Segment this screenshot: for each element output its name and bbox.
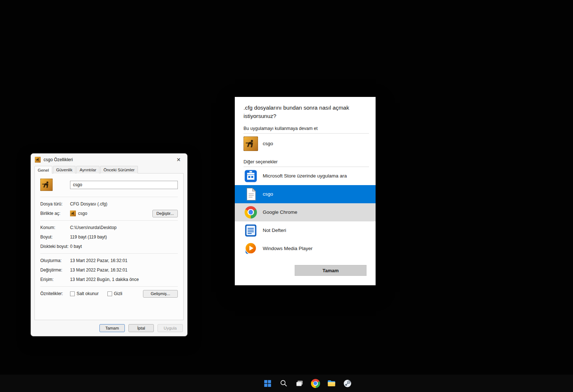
filename-row [40, 178, 178, 195]
task-view-icon [295, 379, 304, 388]
size-value: 119 bayt (119 bayt) [70, 234, 178, 240]
option-microsoft-store[interactable]: Microsoft Store üzerinde uygulama ara [235, 167, 376, 185]
hidden-checkbox[interactable]: Gizli [107, 291, 122, 296]
file-explorer-button[interactable] [326, 376, 337, 390]
advanced-button[interactable]: Gelişmiş... [143, 290, 178, 298]
current-app-name: csgo [263, 141, 273, 146]
option-label: Not Defteri [263, 228, 286, 233]
checkbox-icon [107, 291, 112, 296]
location-label: Konum: [40, 225, 70, 230]
option-windows-media-player[interactable]: Windows Media Player [235, 240, 376, 258]
properties-titlebar: csgo Özellikleri ✕ [31, 154, 187, 166]
file-type-value: CFG Dosyası (.cfg) [70, 201, 178, 207]
chrome-icon [243, 205, 258, 220]
current-app-row[interactable]: csgo [235, 134, 376, 154]
modified-row: Değiştirme: 13 Mart 2022 Pazar, 16:32:01 [40, 265, 178, 275]
open-with-footer: Tamam [235, 265, 376, 285]
location-value: C:\Users\nurda\Desktop [70, 225, 178, 230]
tab-ayrintilar[interactable]: Ayrıntılar [76, 166, 99, 173]
option-label: csgo [263, 191, 273, 197]
file-explorer-icon [327, 379, 336, 388]
keep-using-section-label: Bu uygulamayı kullanmaya devam et [235, 126, 376, 131]
readonly-checkbox[interactable]: Salt okunur [70, 291, 99, 296]
steam-button[interactable] [342, 376, 353, 390]
opens-with-app-name: csgo [78, 211, 87, 216]
apply-button: Uygula [157, 324, 183, 332]
open-with-title: .cfg dosyalarını bundan sonra nasıl açma… [235, 103, 365, 121]
dialog-title: csgo Özellikleri [44, 157, 170, 162]
option-google-chrome[interactable]: Google Chrome [235, 203, 376, 221]
size-row: Boyut: 119 bayt (119 bayt) [40, 232, 178, 242]
hidden-label: Gizli [114, 291, 122, 296]
opens-with-value: csgo Değiştir... [70, 210, 178, 217]
divider [40, 220, 178, 221]
tab-genel[interactable]: Genel [34, 166, 52, 173]
microsoft-store-icon [243, 169, 258, 183]
created-row: Oluşturma: 13 Mart 2022 Pazar, 16:32:01 [40, 256, 178, 265]
notepad-icon [243, 223, 258, 238]
media-player-icon [243, 241, 258, 256]
modified-label: Değiştirme: [40, 268, 70, 273]
attributes-value: Salt okunur Gizli Gelişmiş... [70, 290, 178, 298]
accessed-label: Erişim: [40, 277, 70, 282]
option-label: Windows Media Player [263, 246, 312, 251]
open-with-dialog: .cfg dosyalarını bundan sonra nasıl açma… [235, 97, 376, 285]
csgo-file-icon [40, 179, 53, 191]
checkbox-icon [70, 291, 75, 296]
csgo-icon [35, 157, 41, 163]
divider [40, 197, 178, 197]
windows-logo-icon [263, 379, 272, 388]
tab-onceki-surumler[interactable]: Önceki Sürümler [100, 166, 138, 173]
option-label: Microsoft Store üzerinde uygulama ara [263, 173, 347, 179]
properties-dialog: csgo Özellikleri ✕ Genel Güvenlik Ayrınt… [30, 153, 188, 336]
chrome-icon [311, 379, 320, 388]
tab-guvenlik[interactable]: Güvenlik [53, 166, 76, 173]
general-tab-page: Dosya türü: CFG Dosyası (.cfg) Birlikte … [34, 173, 184, 320]
search-button[interactable] [278, 376, 289, 390]
size-label: Boyut: [40, 234, 70, 240]
other-options-section-label: Diğer seçenekler [235, 159, 376, 164]
size-on-disk-value: 0 bayt [70, 244, 178, 249]
csgo-icon [243, 136, 258, 151]
file-type-label: Dosya türü: [40, 201, 70, 207]
accessed-row: Erişim: 13 Mart 2022 Bugün, 1 dakika önc… [40, 275, 178, 284]
properties-footer: Tamam İptal Uygula [31, 320, 187, 336]
cancel-button[interactable]: İptal [128, 324, 154, 332]
option-csgo[interactable]: csgo [235, 185, 376, 203]
taskbar [0, 375, 573, 392]
size-on-disk-row: Diskteki boyut: 0 bayt [40, 242, 178, 251]
start-button[interactable] [262, 376, 273, 390]
option-label: Google Chrome [263, 209, 297, 215]
task-view-button[interactable] [294, 376, 305, 390]
steam-icon [343, 379, 352, 388]
chrome-taskbar-button[interactable] [310, 376, 321, 390]
location-row: Konum: C:\Users\nurda\Desktop [40, 223, 178, 232]
accessed-value: 13 Mart 2022 Bugün, 1 dakika önce [70, 277, 178, 282]
created-value: 13 Mart 2022 Pazar, 16:32:01 [70, 258, 178, 263]
divider [40, 286, 178, 287]
attributes-row: Öznitelikler: Salt okunur Gizli Gelişmiş… [40, 289, 178, 298]
opens-with-row: Birlikte aç: csgo Değiştir... [40, 209, 178, 218]
ok-button[interactable]: Tamam [99, 324, 125, 332]
readonly-label: Salt okunur [77, 291, 99, 296]
taskbar-icons [262, 376, 353, 390]
attributes-label: Öznitelikler: [40, 291, 70, 296]
search-icon [279, 379, 288, 388]
csgo-icon [70, 211, 76, 216]
close-icon[interactable]: ✕ [173, 155, 184, 164]
size-on-disk-label: Diskteki boyut: [40, 244, 70, 249]
option-not-defteri[interactable]: Not Defteri [235, 221, 376, 240]
ok-button[interactable]: Tamam [295, 265, 367, 276]
file-type-row: Dosya türü: CFG Dosyası (.cfg) [40, 199, 178, 209]
opens-with-label: Birlikte aç: [40, 211, 70, 216]
filename-input[interactable] [70, 181, 178, 189]
change-button[interactable]: Değiştir... [152, 210, 178, 217]
document-icon [243, 187, 258, 201]
modified-value: 13 Mart 2022 Pazar, 16:32:01 [70, 268, 178, 273]
divider [40, 253, 178, 254]
properties-tabs: Genel Güvenlik Ayrıntılar Önceki Sürümle… [31, 166, 187, 173]
created-label: Oluşturma: [40, 258, 70, 263]
